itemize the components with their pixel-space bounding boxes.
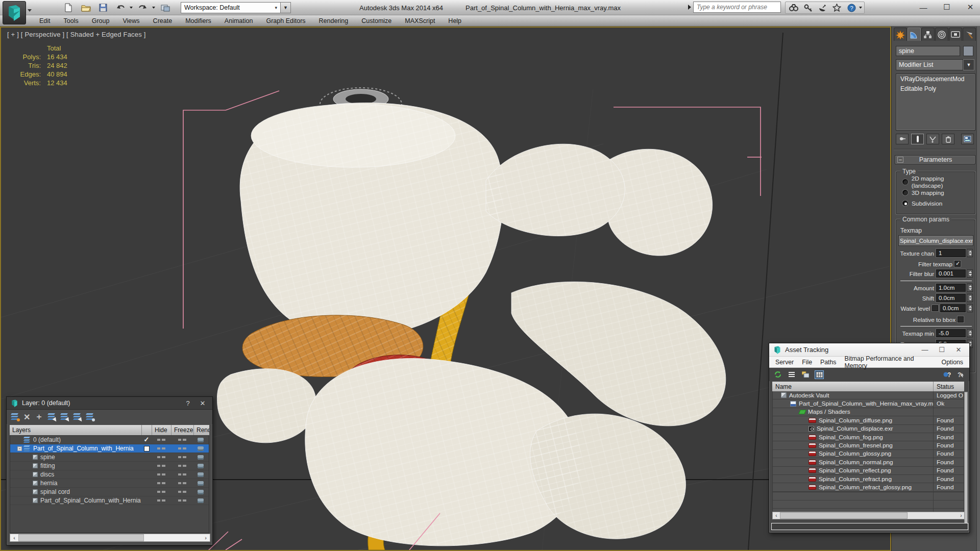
asset-row[interactable]: Spinal_Column_fresnel.png Found <box>773 441 964 449</box>
column-status[interactable]: Status <box>934 382 964 391</box>
freeze-toggle[interactable] <box>171 439 193 441</box>
render-toggle[interactable] <box>193 446 209 451</box>
tab-modify[interactable] <box>908 28 921 41</box>
scroll-thumb[interactable] <box>18 534 144 541</box>
search-button[interactable] <box>788 2 800 14</box>
asset-row[interactable]: Autodesk Vault Logged O <box>773 391 964 399</box>
layer-row[interactable]: 0 (default) <box>10 436 209 444</box>
search-collapse-arrow-icon[interactable] <box>688 5 691 10</box>
active-layer-check-icon[interactable] <box>144 472 150 478</box>
render-toggle[interactable] <box>193 455 209 460</box>
modifier-list-dropdown[interactable]: Modifier List ▼ <box>896 59 974 70</box>
asset-row[interactable]: Maps / Shaders <box>773 408 964 416</box>
parameters-rollout-header[interactable]: − Parameters <box>895 155 975 164</box>
shift-field[interactable]: 0.0cm <box>936 294 966 302</box>
asset-maximize-button[interactable]: ☐ <box>935 346 948 354</box>
layer-expander[interactable]: - <box>17 446 22 451</box>
column-current[interactable] <box>142 425 152 435</box>
render-toggle[interactable] <box>193 472 209 477</box>
viewport-label[interactable]: [ + ] [ Perspective ] [ Shaded + Edged F… <box>7 31 146 38</box>
menu-item[interactable]: Customize <box>355 15 398 27</box>
active-layer-check-icon[interactable] <box>144 489 150 495</box>
layer-row[interactable]: fitting <box>10 462 209 470</box>
workspace-menu-button[interactable]: ▼ <box>281 2 291 13</box>
maximize-button[interactable]: ☐ <box>939 1 954 13</box>
save-file-button[interactable] <box>96 2 110 14</box>
tab-motion[interactable] <box>935 28 948 41</box>
asset-row[interactable]: Spinal_Column_glossy.png Found <box>773 450 964 458</box>
asset-vscrollbar[interactable] <box>964 392 968 527</box>
remove-modifier-button[interactable] <box>942 134 954 144</box>
hide-toggle[interactable] <box>152 499 171 502</box>
configure-modifier-sets-button[interactable] <box>961 134 974 144</box>
column-render[interactable]: Rend <box>194 425 209 435</box>
radio-icon[interactable] <box>902 190 908 195</box>
asset-menu-item[interactable]: Server <box>771 359 798 366</box>
make-unique-button[interactable] <box>926 134 939 144</box>
project-folder-button[interactable] <box>158 2 173 14</box>
filter-blur-spinner[interactable] <box>967 269 973 278</box>
asset-menu-item[interactable]: File <box>798 359 816 366</box>
menu-item[interactable]: Animation <box>218 15 260 27</box>
amount-spinner[interactable] <box>967 284 973 292</box>
menu-item[interactable]: Group <box>85 15 116 27</box>
help-button[interactable]: ? <box>845 2 858 14</box>
tab-create[interactable] <box>894 28 907 41</box>
application-menu-button[interactable] <box>3 1 26 24</box>
freeze-toggle[interactable] <box>171 482 193 484</box>
select-highlighted-button[interactable] <box>60 413 68 420</box>
layer-dialog-close-button[interactable]: ✕ <box>197 399 208 407</box>
table-view-button[interactable] <box>815 370 824 379</box>
asset-menu-item[interactable]: Paths <box>816 359 840 366</box>
refresh-button[interactable] <box>773 370 782 379</box>
undo-button[interactable] <box>113 2 128 14</box>
active-layer-check-icon[interactable] <box>144 481 150 486</box>
help-dropdown-arrow[interactable] <box>859 7 862 9</box>
asset-row[interactable]: Spinal_Column_reflect.png Found <box>773 467 964 475</box>
asset-row[interactable]: Spinal_Column_normal.png Found <box>773 458 964 466</box>
asset-menu-item[interactable]: Options <box>938 359 967 366</box>
mapping-type-option[interactable]: 2D mapping (landscape) <box>896 177 975 187</box>
render-toggle[interactable] <box>193 498 209 503</box>
context-help-button[interactable]: ? <box>956 370 965 379</box>
freeze-toggle[interactable] <box>171 473 193 475</box>
column-hide[interactable]: Hide <box>152 425 172 435</box>
layer-row[interactable]: hernia <box>10 479 209 488</box>
freeze-toggle[interactable] <box>171 465 193 467</box>
object-name-field[interactable]: spine <box>896 46 960 56</box>
menu-item[interactable]: Edit <box>33 15 57 27</box>
highlight-selected-layer-button[interactable] <box>73 413 81 420</box>
render-toggle[interactable] <box>193 490 209 494</box>
hide-toggle[interactable] <box>152 482 171 484</box>
open-file-button[interactable] <box>79 2 93 14</box>
render-toggle[interactable] <box>193 464 209 468</box>
freeze-toggle[interactable] <box>171 499 193 502</box>
list-view-button[interactable] <box>787 370 796 379</box>
search-input[interactable] <box>693 2 781 13</box>
render-toggle[interactable] <box>193 438 209 442</box>
radio-icon[interactable] <box>902 179 908 185</box>
asset-row[interactable]: Spinal_Column_refract.png Found <box>773 475 964 483</box>
radio-icon[interactable] <box>902 201 908 206</box>
asset-row[interactable]: Spinal_Column_displace.exr Found <box>773 425 964 433</box>
layer-row[interactable]: spine <box>10 453 209 462</box>
water-level-field[interactable]: 0.0cm <box>940 304 966 312</box>
favorites-button[interactable] <box>830 2 843 14</box>
undo-dropdown-arrow[interactable] <box>130 7 133 9</box>
hide-toggle[interactable] <box>152 491 171 493</box>
create-layer-button[interactable] <box>11 413 19 420</box>
texmap-min-spinner[interactable] <box>967 329 973 337</box>
menu-item[interactable]: Rendering <box>312 15 355 27</box>
layer-hscrollbar[interactable]: ‹ › <box>10 534 210 542</box>
shift-spinner[interactable] <box>967 294 973 302</box>
asset-minimize-button[interactable]: — <box>918 346 932 354</box>
tab-hierarchy[interactable] <box>921 28 935 41</box>
add-to-layer-button[interactable]: ＋ <box>35 412 43 422</box>
redo-dropdown-arrow[interactable] <box>152 7 155 9</box>
active-layer-check-icon[interactable] <box>144 463 150 469</box>
subscription-button[interactable] <box>802 2 814 14</box>
texture-channel-spinner[interactable] <box>967 249 973 257</box>
close-button[interactable]: ✕ <box>963 1 978 13</box>
show-end-result-button[interactable] <box>911 134 924 144</box>
water-level-spinner[interactable] <box>967 304 973 312</box>
